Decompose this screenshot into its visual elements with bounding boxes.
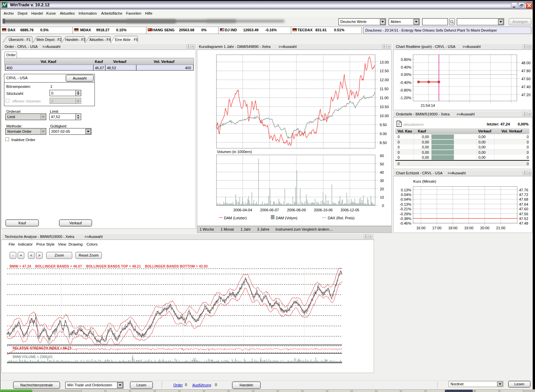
svg-text:2006-12-05: 2006-12-05 xyxy=(340,208,359,212)
svg-text:-1.20%: -1.20% xyxy=(400,96,411,100)
svg-text:RELATIVE STRENGTH INDEX = 68.7: RELATIVE STRENGTH INDEX = 68.73 xyxy=(13,346,72,350)
svg-text:10.00: 10.00 xyxy=(380,114,389,118)
svg-text:47.48: 47.48 xyxy=(519,221,528,225)
svg-text:18:00: 18:00 xyxy=(448,226,457,230)
svg-text:21:00: 21:00 xyxy=(496,226,505,230)
svg-text:Übersicht - F1: Übersicht - F1 xyxy=(9,38,31,42)
svg-text:2006-08-09: 2006-08-09 xyxy=(287,208,306,212)
svg-text:11.50: 11.50 xyxy=(380,87,389,91)
svg-text:20: 20 xyxy=(380,187,384,191)
svg-text:DAX (Rel. Preis): DAX (Rel. Preis) xyxy=(328,216,355,220)
svg-text:47.60: 47.60 xyxy=(521,77,531,81)
svg-text:47.40: 47.40 xyxy=(521,85,531,89)
svg-text:47.52: 47.52 xyxy=(519,217,528,221)
svg-text:47.64: 47.64 xyxy=(519,202,528,206)
svg-text:47.76: 47.76 xyxy=(519,188,528,192)
svg-text:-0.38%: -0.38% xyxy=(400,217,411,221)
svg-text:16:00: 16:00 xyxy=(416,226,426,230)
svg-text:-0.29%: -0.29% xyxy=(400,212,411,216)
svg-text:60: 60 xyxy=(380,154,384,158)
svg-text:-0.46%: -0.46% xyxy=(400,221,411,225)
svg-text:47.60: 47.60 xyxy=(519,207,528,211)
svg-text:12.00: 12.00 xyxy=(380,78,389,82)
svg-text:21:54:14: 21:54:14 xyxy=(421,103,435,107)
svg-text:-0.80%: -0.80% xyxy=(400,88,411,92)
svg-text:-0.21%: -0.21% xyxy=(400,207,411,211)
svg-text:30: 30 xyxy=(380,179,384,183)
svg-text:Aktuelles - F4: Aktuelles - F4 xyxy=(89,38,110,42)
svg-text:0.13%: 0.13% xyxy=(401,188,411,192)
svg-text:2006-04-04: 2006-04-04 xyxy=(233,208,252,212)
svg-text:0.80%: 0.80% xyxy=(401,58,411,62)
svg-text:47.56: 47.56 xyxy=(519,212,528,216)
svg-text:-0.40%: -0.40% xyxy=(400,81,411,85)
svg-text:Volumen (in 1000ern): Volumen (in 1000ern) xyxy=(217,150,252,154)
svg-text:2006-10-06: 2006-10-06 xyxy=(314,208,332,212)
svg-text:2006-06-07: 2006-06-07 xyxy=(260,208,279,212)
svg-text:-0.13%: -0.13% xyxy=(400,202,411,206)
svg-text:47.72: 47.72 xyxy=(519,193,528,197)
svg-text:10: 10 xyxy=(380,195,384,199)
svg-text:9.50: 9.50 xyxy=(380,123,387,127)
svg-text:47.20: 47.20 xyxy=(521,93,531,97)
svg-text:BMW.VOLUME = 2306101: BMW.VOLUME = 2306101 xyxy=(13,355,53,359)
svg-text:-0.04%: -0.04% xyxy=(400,197,411,201)
svg-text:0.00%: 0.00% xyxy=(401,73,411,77)
svg-text:40: 40 xyxy=(380,170,384,174)
svg-text:17:00: 17:00 xyxy=(432,226,442,230)
svg-text:Mein Depot - F2: Mein Depot - F2 xyxy=(37,38,62,42)
svg-text:47.68: 47.68 xyxy=(519,197,528,201)
svg-text:0: 0 xyxy=(382,204,384,208)
svg-text:Eine Aktie - F5: Eine Aktie - F5 xyxy=(115,38,138,42)
svg-text:0.04%: 0.04% xyxy=(401,193,411,197)
svg-text:50: 50 xyxy=(380,162,384,166)
svg-text:0.40%: 0.40% xyxy=(401,65,411,69)
svg-text:8.50: 8.50 xyxy=(380,141,387,145)
svg-text:Kurs (Minute): Kurs (Minute) xyxy=(413,179,436,183)
svg-text:9.00: 9.00 xyxy=(380,132,387,136)
svg-text:11.00: 11.00 xyxy=(380,96,389,100)
svg-text:19:00: 19:00 xyxy=(464,226,473,230)
svg-text:DAM (Volym): DAM (Volym) xyxy=(276,216,297,220)
svg-text:47.80: 47.80 xyxy=(521,69,531,73)
svg-text:Handeln - F3: Handeln - F3 xyxy=(65,38,86,42)
svg-text:48.00: 48.00 xyxy=(521,61,531,65)
svg-text:12.50: 12.50 xyxy=(380,69,389,73)
svg-text:20:00: 20:00 xyxy=(480,226,489,230)
svg-text:DAM (Letzter): DAM (Letzter) xyxy=(224,216,247,220)
svg-text:10.50: 10.50 xyxy=(380,105,389,109)
svg-text:13.00: 13.00 xyxy=(380,60,389,64)
